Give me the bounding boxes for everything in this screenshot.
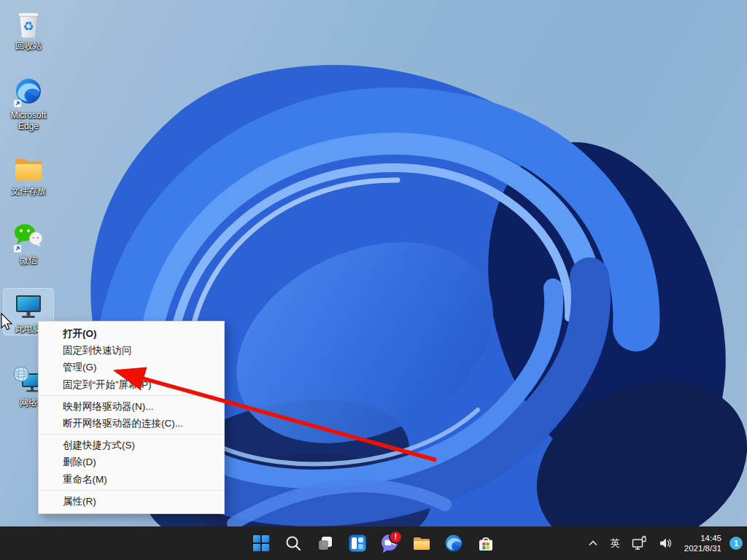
notification-count-badge[interactable]: 1 — [729, 537, 743, 550]
tray-time: 14:45 — [684, 533, 721, 543]
widgets-icon — [349, 534, 366, 552]
icon-label: 微信 — [4, 255, 53, 266]
edge-logo-icon — [12, 77, 44, 109]
tray-date: 2021/8/31 — [684, 543, 721, 553]
wechat-icon — [12, 222, 44, 254]
speaker-icon — [658, 535, 674, 551]
menu-item-create-shortcut[interactable]: 创建快捷方式(S) — [39, 437, 224, 454]
edge-icon — [444, 534, 463, 553]
file-explorer-icon — [412, 534, 431, 553]
svg-text:♻: ♻ — [23, 19, 34, 34]
taskbar-clock[interactable]: 14:45 2021/8/31 — [683, 533, 723, 553]
chevron-up-icon — [587, 537, 600, 550]
menu-item-pin-start[interactable]: 固定到“开始”屏幕(P) — [39, 376, 224, 393]
desktop-icon-folder[interactable]: 文件存放 — [4, 151, 53, 197]
system-tray: 英 14:45 2021/8/31 1 — [584, 526, 743, 560]
network-tray-button[interactable] — [629, 531, 649, 556]
ime-language-indicator[interactable]: 英 — [608, 531, 622, 556]
recycle-bin-icon: ♻ — [12, 7, 44, 39]
hidden-icons-chevron[interactable] — [584, 531, 602, 556]
task-view-icon — [317, 534, 334, 552]
menu-separator — [40, 395, 222, 396]
search-button[interactable] — [279, 529, 308, 558]
desktop-icon-edge[interactable]: Microsoft Edge — [4, 75, 53, 132]
chat-button[interactable]: ! — [375, 529, 404, 558]
edge-button[interactable] — [439, 529, 468, 558]
ethernet-icon — [631, 535, 647, 551]
menu-item-delete[interactable]: 删除(D) — [39, 454, 224, 470]
file-explorer-button[interactable] — [407, 529, 436, 558]
menu-item-manage[interactable]: 管理(G) — [39, 359, 224, 376]
menu-item-disconnect-network-drive[interactable]: 断开网络驱动器的连接(C)... — [39, 415, 224, 432]
store-icon — [476, 534, 495, 553]
chat-notification-badge: ! — [389, 530, 403, 544]
desktop-icon-recycle-bin[interactable]: ♻ 回收站 — [4, 6, 53, 52]
widgets-button[interactable] — [343, 529, 372, 558]
start-button[interactable] — [247, 529, 276, 558]
icon-label: Microsoft Edge — [4, 110, 53, 132]
menu-item-map-network-drive[interactable]: 映射网络驱动器(N)... — [39, 398, 224, 415]
search-icon — [285, 534, 302, 552]
menu-separator — [40, 434, 222, 435]
menu-item-properties[interactable]: 属性(R) — [39, 493, 224, 510]
taskbar-center-buttons: ! — [245, 526, 502, 560]
store-button[interactable] — [471, 529, 500, 558]
icon-label: 回收站 — [4, 41, 53, 52]
menu-item-pin-quick-access[interactable]: 固定到快速访问 — [39, 342, 224, 359]
context-menu: 打开(O) 固定到快速访问 管理(G) 固定到“开始”屏幕(P) 映射网络驱动器… — [38, 321, 225, 514]
menu-separator — [40, 490, 222, 491]
folder-icon — [12, 152, 44, 184]
menu-item-rename[interactable]: 重命名(M) — [39, 471, 224, 488]
desktop-icon-wechat[interactable]: 微信 — [4, 220, 53, 266]
menu-item-open[interactable]: 打开(O) — [39, 325, 224, 342]
taskbar: ! — [0, 526, 747, 560]
start-icon — [252, 534, 270, 552]
icon-label: 文件存放 — [4, 186, 53, 197]
volume-tray-button[interactable] — [656, 531, 676, 556]
this-pc-icon — [12, 290, 44, 322]
task-view-button[interactable] — [311, 529, 340, 558]
